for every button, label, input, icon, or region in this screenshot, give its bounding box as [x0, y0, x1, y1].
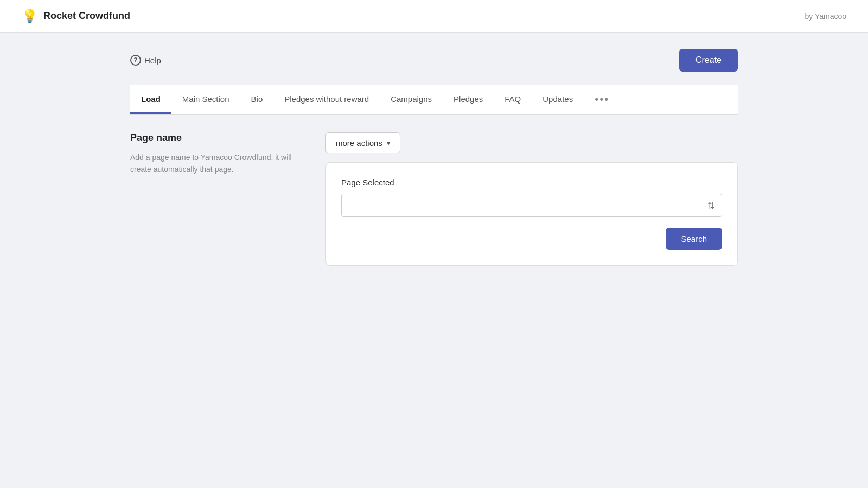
brand-title: Rocket Crowdfund	[43, 10, 130, 22]
help-row: ? Help Create	[130, 49, 738, 72]
chevron-down-icon: ▾	[387, 139, 390, 147]
right-panel: more actions ▾ Page Selected ⇅ Search	[326, 132, 738, 266]
main-container: ? Help Create Load Main Section Bio Pled…	[108, 33, 760, 282]
navbar: 💡 Rocket Crowdfund by Yamacoo	[0, 0, 868, 33]
page-select[interactable]	[341, 194, 722, 217]
select-wrapper: ⇅	[341, 194, 722, 217]
tab-main-section[interactable]: Main Section	[171, 86, 240, 114]
brand: 💡 Rocket Crowdfund	[22, 9, 130, 24]
page-selected-card: Page Selected ⇅ Search	[326, 162, 738, 266]
help-icon: ?	[130, 55, 141, 66]
tab-campaigns[interactable]: Campaigns	[380, 86, 443, 114]
create-button[interactable]: Create	[679, 49, 738, 72]
page-name-description: Add a page name to Yamacoo Crowdfund, it…	[130, 151, 293, 176]
tab-pledges-without-reward[interactable]: Pledges without reward	[273, 86, 380, 114]
brand-logo-icon: 💡	[22, 9, 38, 24]
tabs-container: Load Main Section Bio Pledges without re…	[130, 85, 738, 115]
tab-faq[interactable]: FAQ	[494, 86, 532, 114]
help-label: Help	[144, 56, 161, 65]
tab-load[interactable]: Load	[130, 86, 171, 114]
tab-bio[interactable]: Bio	[240, 86, 274, 114]
navbar-by-text: by Yamacoo	[805, 12, 846, 21]
search-row: Search	[341, 228, 722, 250]
content-area: Page name Add a page name to Yamacoo Cro…	[130, 132, 738, 266]
search-button[interactable]: Search	[666, 228, 722, 250]
select-label: Page Selected	[341, 178, 722, 187]
tab-updates[interactable]: Updates	[532, 86, 584, 114]
help-link[interactable]: ? Help	[130, 55, 161, 66]
tab-pledges[interactable]: Pledges	[443, 86, 494, 114]
left-panel: Page name Add a page name to Yamacoo Cro…	[130, 132, 293, 176]
more-actions-label: more actions	[336, 138, 382, 147]
page-name-title: Page name	[130, 132, 293, 144]
tab-more-icon[interactable]: •••	[584, 85, 620, 114]
more-actions-button[interactable]: more actions ▾	[326, 132, 400, 153]
